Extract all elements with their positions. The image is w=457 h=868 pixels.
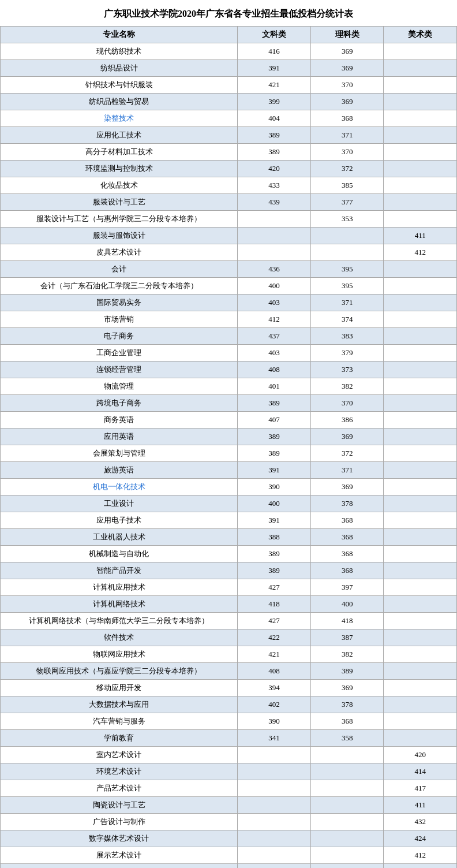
cell-major-name: 环境监测与控制技术 [1,161,238,177]
table-row: 汽车营销与服务390368 [1,713,457,730]
cell-meishu: 412 [384,244,457,261]
cell-major-name: 工业机器人技术 [1,529,238,546]
cell-wenke: 389 [238,395,311,412]
cell-wenke: 401 [238,378,311,395]
cell-like: 395 [310,278,384,295]
table-row: 工业机器人技术388368 [1,529,457,546]
cell-like [310,847,384,864]
table-row: 化妆品技术433385 [1,177,457,194]
cell-wenke: 404 [238,110,311,127]
cell-major-name: 高分子材料加工技术 [1,144,238,161]
cell-like: 369 [310,94,384,110]
cell-meishu: 412 [384,847,457,864]
cell-meishu [384,194,457,211]
cell-like: 372 [310,445,384,462]
cell-wenke: 437 [238,328,311,345]
table-row: 机械制造与自动化389368 [1,546,457,562]
cell-wenke: 389 [238,144,311,161]
cell-like: 378 [310,696,384,713]
cell-wenke: 389 [238,562,311,579]
cell-wenke [238,847,311,864]
cell-major-name: 物流管理 [1,378,238,395]
col-header-meishu: 美术类 [384,27,457,43]
table-row: 国际贸易实务403371 [1,295,457,311]
cell-like: 369 [310,429,384,445]
cell-major-name: 汽车营销与服务 [1,713,238,730]
cell-meishu [384,77,457,94]
cell-meishu [384,261,457,278]
cell-meishu [384,613,457,629]
cell-wenke: 408 [238,663,311,680]
cell-major-name: 应用英语 [1,429,238,445]
cell-meishu [384,596,457,613]
col-header-wenke: 文科类 [238,27,311,43]
cell-wenke: 399 [238,94,311,110]
cell-meishu [384,378,457,395]
table-row: 会计436395 [1,261,457,278]
cell-wenke: 394 [238,680,311,696]
cell-like: 368 [310,546,384,562]
cell-major-name: 智能产品开发 [1,562,238,579]
table-row: 会展策划与管理389372 [1,445,457,462]
cell-major-name: 商务英语 [1,412,238,429]
cell-wenke [238,763,311,780]
table-row: 环境监测与控制技术420372 [1,161,457,177]
cell-meishu [384,696,457,713]
table-row: 计算机网络技术418400 [1,596,457,613]
cell-wenke: 391 [238,462,311,479]
cell-like: 377 [310,194,384,211]
cell-major-name: 化妆品技术 [1,177,238,194]
table-row: 软件技术422387 [1,629,457,646]
table-row: 纺织品检验与贸易399369 [1,94,457,110]
cell-like [310,747,384,763]
cell-major-name: 服装设计与工艺 [1,194,238,211]
cell-meishu [384,412,457,429]
cell-major-name: 环境艺术设计 [1,763,238,780]
col-header-like: 理科类 [310,27,384,43]
cell-wenke: 391 [238,60,311,77]
cell-like: 368 [310,529,384,546]
table-row: 物联网应用技术（与嘉应学院三二分段专本培养）408389 [1,663,457,680]
cell-major-name: 针织技术与针织服装 [1,77,238,94]
cell-wenke: 421 [238,77,311,94]
page-title: 广东职业技术学院2020年广东省各专业招生最低投档分统计表 [0,0,457,26]
cell-like [310,780,384,797]
table-row: 连锁经营管理408373 [1,362,457,378]
cell-like: 418 [310,613,384,629]
cell-like: 382 [310,378,384,395]
table-row: 跨境电子商务389370 [1,395,457,412]
table-row: 染整技术404368 [1,110,457,127]
cell-meishu [384,395,457,412]
cell-like: 385 [310,177,384,194]
table-row: 应用电子技术391368 [1,512,457,529]
cell-major-name: 服装设计与工艺（与惠州学院三二分段专本培养） [1,211,238,228]
cell-meishu [384,144,457,161]
cell-wenke: 420 [238,161,311,177]
cell-like: 368 [310,110,384,127]
cell-wenke: 390 [238,713,311,730]
table-row: 皮具艺术设计412 [1,244,457,261]
cell-like: 368 [310,713,384,730]
cell-meishu: 414 [384,763,457,780]
table-row: 计算机应用技术427397 [1,579,457,596]
cell-major-name: 纺织品检验与贸易 [1,94,238,110]
cell-wenke: 402 [238,696,311,713]
cell-major-name: 计算机网络技术（与华南师范大学三二分段专本培养） [1,613,238,629]
cell-major-name: 应用化工技术 [1,127,238,144]
table-row: 大数据技术与应用402378 [1,696,457,713]
cell-like: 374 [310,311,384,328]
cell-like: 370 [310,395,384,412]
cell-major-name: 跨境电子商务 [1,395,238,412]
table-row: 数字媒体艺术设计424 [1,830,457,847]
cell-like: 371 [310,127,384,144]
table-row: 商务英语407386 [1,412,457,429]
cell-meishu: 411 [384,797,457,814]
cell-meishu [384,462,457,479]
table-row: 针织技术与针织服装421370 [1,77,457,94]
cell-like: 389 [310,663,384,680]
cell-wenke: 418 [238,596,311,613]
table-row: 服装与服饰设计411 [1,228,457,244]
cell-meishu [384,328,457,345]
cell-major-name: 展示艺术设计 [1,847,238,864]
cell-major-name: 广告设计与制作 [1,814,238,830]
